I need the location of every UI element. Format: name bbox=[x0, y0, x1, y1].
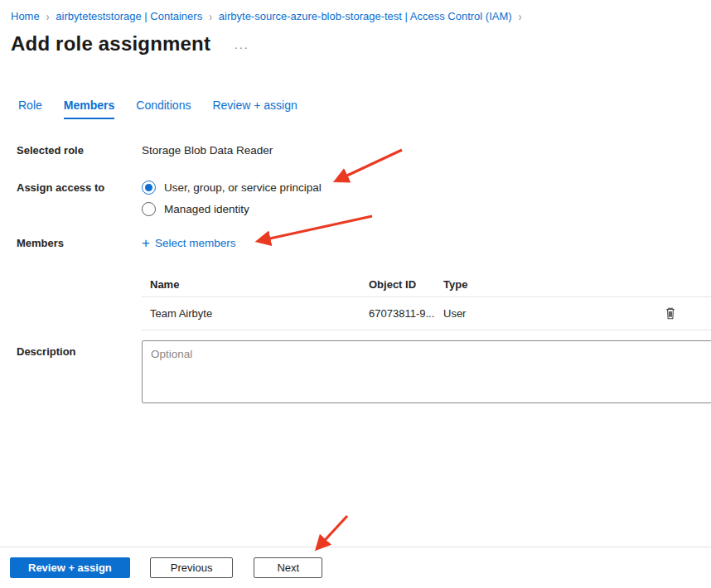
members-row: Members + Select members Name Object ID … bbox=[0, 236, 711, 330]
chevron-right-icon: › bbox=[519, 10, 522, 23]
member-type-cell: User bbox=[443, 307, 658, 320]
members-table: Name Object ID Type Team Airbyte 6707381… bbox=[142, 272, 711, 330]
selected-role-row: Selected role Storage Blob Data Reader bbox=[0, 143, 711, 158]
footer-bar: Review + assign Previous Next bbox=[0, 547, 711, 588]
description-label: Description bbox=[0, 340, 142, 359]
assign-access-label: Assign access to bbox=[0, 176, 142, 195]
table-row: Team Airbyte 67073811-9... User bbox=[142, 297, 711, 330]
radio-selected-icon bbox=[142, 181, 156, 195]
page-title: Add role assignment bbox=[11, 32, 210, 55]
plus-icon: + bbox=[142, 238, 150, 249]
radio-option-label: Managed identity bbox=[164, 203, 249, 215]
radio-option-label: User, group, or service principal bbox=[164, 181, 322, 194]
tab-bar: Role Members Conditions Review + assign bbox=[18, 99, 711, 119]
annotation-arrow-next-button bbox=[317, 516, 347, 548]
assign-access-row: Assign access to User, group, or service… bbox=[0, 176, 711, 219]
select-members-label: Select members bbox=[155, 236, 236, 251]
select-members-link[interactable]: + Select members bbox=[142, 236, 235, 251]
chevron-right-icon: › bbox=[46, 10, 50, 23]
radio-unselected-icon bbox=[142, 202, 156, 216]
role-assignment-form: Selected role Storage Blob Data Reader A… bbox=[0, 143, 711, 403]
selected-role-value: Storage Blob Data Reader bbox=[142, 143, 711, 158]
radio-managed-identity[interactable]: Managed identity bbox=[142, 198, 711, 219]
chevron-right-icon: › bbox=[209, 10, 212, 23]
trash-icon bbox=[664, 306, 677, 321]
delete-member-button[interactable] bbox=[662, 305, 679, 322]
tab-conditions[interactable]: Conditions bbox=[136, 99, 191, 119]
breadcrumb-link-home[interactable]: Home bbox=[11, 10, 40, 22]
column-header-type: Type bbox=[443, 278, 658, 291]
breadcrumb: Home › airbyteteststorage | Containers ›… bbox=[0, 0, 711, 22]
review-assign-button[interactable]: Review + assign bbox=[10, 557, 130, 578]
column-header-name: Name bbox=[142, 278, 369, 291]
selected-role-label: Selected role bbox=[0, 143, 142, 158]
tab-role[interactable]: Role bbox=[18, 99, 42, 119]
more-options-button[interactable]: ··· bbox=[234, 36, 249, 51]
tab-members[interactable]: Members bbox=[64, 99, 114, 119]
members-label: Members bbox=[0, 236, 142, 251]
tab-review-assign[interactable]: Review + assign bbox=[212, 99, 297, 119]
radio-user-group-service-principal[interactable]: User, group, or service principal bbox=[142, 176, 711, 198]
member-name-cell: Team Airbyte bbox=[142, 307, 369, 320]
previous-button[interactable]: Previous bbox=[150, 557, 234, 578]
title-row: Add role assignment ··· bbox=[11, 32, 711, 55]
breadcrumb-link-access-control[interactable]: airbyte-source-azure-blob-storage-test |… bbox=[219, 10, 512, 22]
breadcrumb-link-storage-containers[interactable]: airbyteteststorage | Containers bbox=[56, 10, 202, 22]
description-textarea[interactable] bbox=[142, 340, 711, 403]
description-row: Description bbox=[0, 340, 711, 403]
column-header-object-id: Object ID bbox=[369, 278, 443, 291]
table-header-row: Name Object ID Type bbox=[142, 272, 711, 297]
next-button[interactable]: Next bbox=[254, 557, 322, 578]
member-object-id-cell: 67073811-9... bbox=[369, 307, 443, 320]
add-role-assignment-page: Home › airbyteteststorage | Containers ›… bbox=[0, 0, 711, 588]
